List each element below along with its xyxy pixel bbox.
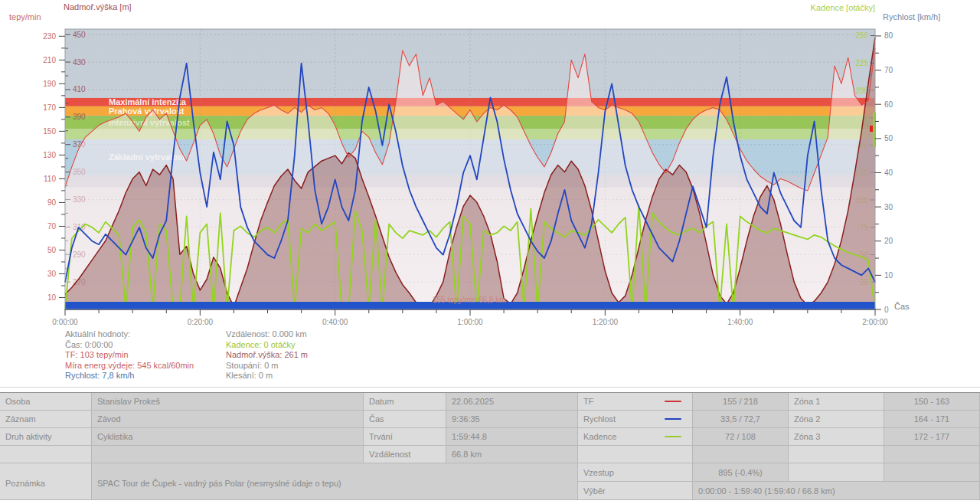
person-label: Osoba [0, 393, 92, 411]
distance-label: Vzdálenost [364, 446, 446, 463]
time-label: Čas [364, 411, 446, 428]
svg-text:70: 70 [884, 66, 893, 74]
svg-text:90: 90 [47, 198, 57, 207]
empty-cell [884, 463, 980, 482]
speed-axis-title: Rychlost [km/h] [883, 12, 940, 21]
svg-text:0:40:00: 0:40:00 [322, 318, 348, 326]
empty-cell [92, 446, 364, 463]
hr-axis-title: tepy/min [9, 12, 41, 21]
svg-text:40: 40 [884, 169, 893, 177]
ascent-label: Vzestup [578, 463, 693, 482]
svg-text:20: 20 [884, 237, 893, 245]
svg-text:170: 170 [43, 103, 56, 112]
current-distance: Vzdálenost: 0.000 km [226, 329, 308, 340]
note-value: SPAC Tour de Čupek - vadný pás Polar (ne… [92, 463, 578, 500]
speed-legend-cell: Rychlost [578, 411, 693, 428]
hr-legend-cell: TF [578, 393, 693, 411]
svg-text:130: 130 [43, 151, 56, 159]
exercise-info-table: Osoba Stanislav Prokeš Datum 22.06.2025 … [0, 392, 980, 499]
svg-text:0:20:00: 0:20:00 [188, 318, 214, 326]
svg-text:10: 10 [884, 271, 893, 280]
cadence-legend-label: Kadence [583, 432, 616, 441]
sport-label: Druh aktivity [0, 428, 92, 446]
duration-value: 1:59:44.8 [446, 428, 578, 446]
date-label: Datum [364, 393, 446, 411]
zone3-range: 172 - 177 [884, 428, 980, 446]
record-value: Závod [92, 411, 364, 428]
current-cadence: Kadence: 0 otáčky [226, 340, 308, 351]
chart-plot-area[interactable] [65, 29, 875, 309]
svg-text:150: 150 [43, 127, 56, 136]
zone3-label: Zóna 3 [789, 428, 884, 446]
zone2-range: 164 - 171 [884, 411, 980, 428]
empty-cell [789, 463, 884, 482]
note-label: Poznámka [0, 463, 92, 500]
hr-axis: 1030507090110130150170190210230 [43, 32, 65, 302]
elevation-axis-title: Nadmoř.výška [m] [64, 2, 132, 11]
time-axis: 0:00:000:20:000:40:001:00:001:20:001:40:… [52, 309, 888, 326]
duration-label: Trvání [364, 428, 446, 446]
hr-legend-label: TF [583, 397, 593, 406]
svg-text:2:00:00: 2:00:00 [862, 318, 888, 326]
time-axis-title: Čas [894, 302, 910, 311]
empty-cell [0, 446, 92, 463]
current-values-right: Vzdálenost: 0.000 km Kadence: 0 otáčky N… [226, 329, 308, 381]
current-altitude: Nadmoř.výška: 261 m [226, 350, 308, 361]
cadence-minmax-value: 72 / 108 [693, 428, 789, 446]
current-values-left: Aktuální hodnoty: Čas: 0:00:00 TF: 103 t… [65, 329, 194, 381]
current-values-title: Aktuální hodnoty: [65, 329, 194, 340]
svg-text:0:00:00: 0:00:00 [52, 318, 78, 326]
speed-legend-line [665, 418, 681, 420]
cadence-axis-title: Kadence [otáčky] [811, 3, 875, 12]
svg-text:60: 60 [884, 100, 893, 109]
svg-text:0: 0 [884, 306, 889, 314]
current-time: Čas: 0:00:00 [65, 340, 194, 351]
svg-text:210: 210 [43, 56, 56, 64]
hr-legend-line [665, 401, 681, 402]
zone2-label: Zóna 2 [789, 411, 884, 428]
empty-cell [693, 446, 789, 463]
svg-text:190: 190 [43, 80, 56, 88]
svg-text:50: 50 [884, 134, 893, 142]
zone1-range: 150 - 163 [884, 393, 980, 411]
date-value: 22.06.2025 [446, 393, 578, 411]
cadence-legend-cell: Kadence [578, 428, 693, 446]
speed-minmax-value: 33,5 / 72,7 [693, 411, 789, 428]
cadence-legend-line [665, 436, 681, 437]
svg-text:1:20:00: 1:20:00 [593, 318, 619, 326]
svg-text:70: 70 [47, 222, 57, 231]
person-value: Stanislav Prokeš [92, 393, 364, 411]
panel-separator [0, 387, 980, 388]
speed-legend-label: Rychlost [583, 414, 616, 424]
svg-text:80: 80 [884, 31, 893, 40]
svg-text:1:00:00: 1:00:00 [457, 318, 483, 326]
zone1-label: Zóna 1 [789, 393, 884, 411]
current-hr: TF: 103 tepy/min [65, 350, 194, 361]
sport-value: Cyklistika [92, 428, 364, 446]
speed-axis: 01020304050607080 [875, 31, 893, 313]
svg-text:30: 30 [884, 203, 893, 211]
time-value: 9:36:35 [446, 411, 578, 428]
ascent-value: 895 (-0.4%) [693, 463, 789, 482]
empty-cell [789, 446, 884, 463]
empty-cell [578, 446, 693, 463]
current-speed: Rychlost: 7,8 km/h [65, 371, 194, 381]
cursor-readout: 155 tepy/min 66,8 km [433, 296, 506, 304]
current-descent: Klesání: 0 m [226, 371, 308, 381]
selection-label: Výběr [578, 482, 693, 500]
selection-value: 0:00:00 - 1:59:40 (1:59:40 / 66.8 km) [693, 482, 980, 500]
svg-text:110: 110 [44, 175, 56, 183]
empty-cell [884, 446, 980, 463]
record-label: Záznam [0, 411, 92, 428]
svg-text:230: 230 [43, 32, 56, 41]
current-ascent: Stoupání: 0 m [226, 361, 308, 371]
current-energy: Míra energ.výdeje: 545 kcal/60min [65, 361, 194, 371]
svg-text:30: 30 [47, 270, 57, 278]
svg-text:50: 50 [47, 246, 57, 254]
exercise-analysis-window: 2702903103303503703904104304502550751001… [0, 0, 980, 504]
distance-value: 66.8 km [446, 446, 578, 463]
hr-minmax-value: 155 / 218 [693, 393, 789, 411]
svg-text:10: 10 [47, 293, 57, 302]
svg-text:1:40:00: 1:40:00 [727, 318, 753, 326]
